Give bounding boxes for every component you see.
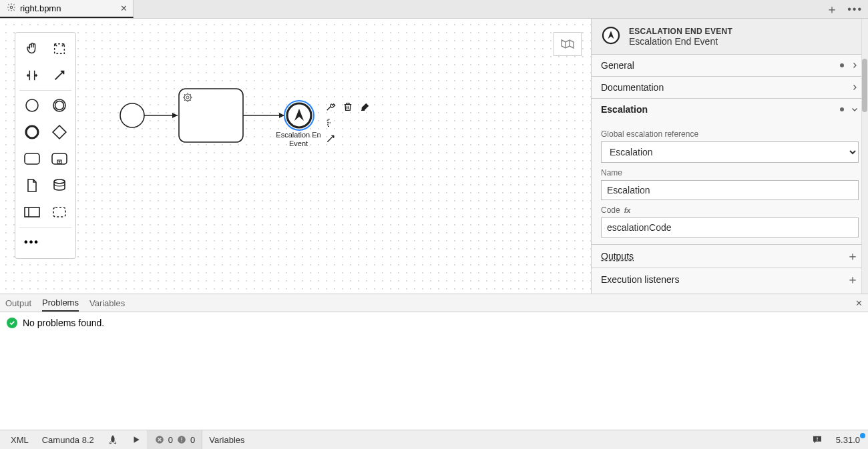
start-event-node[interactable] [120, 103, 144, 127]
dot-indicator [840, 63, 844, 67]
deploy-button[interactable] [101, 430, 125, 449]
problems-panel: No problems found. [0, 312, 868, 430]
properties-type-label: ESCALATION END EVENT [629, 27, 732, 36]
group-escalation[interactable]: Escalation [592, 98, 868, 120]
tab-output[interactable]: Output [5, 296, 31, 311]
tool-palette: ••• [15, 32, 76, 259]
context-delete-icon[interactable] [341, 100, 355, 113]
group-outputs[interactable]: Outputs ＋ [592, 244, 868, 268]
version-label[interactable]: 5.31.0 [829, 430, 864, 449]
svg-point-5 [26, 126, 38, 138]
svg-point-10 [54, 179, 65, 183]
create-task[interactable] [21, 149, 43, 168]
create-end-event[interactable] [21, 123, 43, 141]
tab-problems[interactable]: Problems [42, 295, 79, 312]
svg-marker-15 [172, 113, 178, 118]
escalation-event-icon [601, 25, 621, 47]
end-event-label: Escalation En Event [273, 131, 324, 148]
variables-status[interactable]: Variables [202, 430, 251, 449]
chevron-right-icon [851, 83, 859, 91]
escalation-ref-select[interactable]: Escalation [601, 141, 859, 163]
hand-tool[interactable] [21, 39, 43, 58]
svg-rect-28 [817, 438, 817, 440]
escalation-name-label: Name [601, 168, 859, 177]
tab-variables[interactable]: Variables [89, 296, 125, 311]
properties-name-label: Escalation End Event [629, 36, 732, 47]
group-general[interactable]: General [592, 54, 868, 76]
gear-icon [7, 3, 16, 14]
escalation-end-event-node[interactable] [284, 101, 314, 130]
chevron-right-icon [851, 61, 859, 69]
minimap-toggle[interactable] [554, 32, 582, 56]
escalation-code-input[interactable] [601, 217, 859, 238]
diagram-canvas[interactable]: ••• [0, 19, 591, 294]
fx-icon: fx [624, 206, 631, 214]
svg-rect-7 [25, 153, 39, 164]
add-listener-button[interactable]: ＋ [847, 274, 859, 286]
create-start-event[interactable] [21, 96, 43, 115]
group-execution-listeners[interactable]: Execution listeners ＋ [592, 268, 868, 291]
svg-marker-19 [279, 113, 284, 118]
lint-status[interactable]: 0 0 [148, 430, 202, 449]
context-connect-icon[interactable] [324, 132, 337, 145]
context-annotation-icon[interactable] [324, 116, 337, 129]
close-tab-button[interactable]: ✕ [120, 3, 128, 13]
view-xml-button[interactable]: XML [4, 430, 35, 449]
tab-bar: right.bpmn ✕ ＋ ••• [0, 0, 868, 19]
properties-panel: ESCALATION END EVENT Escalation End Even… [591, 19, 868, 294]
create-intermediate-event[interactable] [48, 96, 71, 115]
dot-indicator [840, 107, 844, 111]
svg-rect-29 [817, 440, 817, 440]
create-data-object[interactable] [21, 176, 43, 195]
create-subprocess[interactable] [48, 149, 71, 168]
tab-filename: right.bpmn [20, 3, 61, 13]
add-tab-button[interactable]: ＋ [826, 1, 838, 17]
check-circle-icon [7, 318, 17, 328]
lasso-tool[interactable] [48, 39, 71, 58]
space-tool[interactable] [21, 66, 43, 85]
group-escalation-body: Global escalation reference Escalation N… [592, 120, 868, 244]
escalation-name-input[interactable] [601, 180, 859, 200]
create-group[interactable] [48, 203, 71, 221]
file-tab[interactable]: right.bpmn ✕ [0, 0, 134, 18]
create-gateway[interactable] [48, 123, 71, 141]
update-indicator-dot [860, 433, 865, 438]
svg-rect-22 [361, 110, 365, 111]
context-wrench-icon[interactable] [324, 100, 337, 113]
svg-point-4 [55, 101, 63, 110]
close-bottom-panel[interactable]: ✕ [855, 298, 863, 308]
svg-rect-6 [53, 125, 66, 139]
connect-tool[interactable] [48, 66, 71, 85]
add-output-button[interactable]: ＋ [847, 250, 859, 262]
context-color-icon[interactable] [359, 100, 372, 113]
run-button[interactable] [125, 430, 148, 449]
bottom-panel-tabs: Output Problems Variables ✕ [0, 294, 868, 312]
svg-point-2 [26, 99, 38, 111]
feedback-button[interactable] [805, 430, 829, 449]
create-data-store[interactable] [48, 176, 71, 195]
status-bar: XML Camunda 8.2 0 0 Variables 5.31.0 [0, 430, 868, 449]
svg-rect-26 [181, 438, 182, 441]
palette-more[interactable]: ••• [21, 233, 43, 252]
svg-rect-13 [53, 207, 65, 217]
svg-rect-27 [181, 441, 182, 442]
create-pool[interactable] [21, 203, 43, 221]
escalation-code-label: Codefx [601, 205, 859, 215]
escalation-ref-label: Global escalation reference [601, 129, 859, 139]
chevron-down-icon [851, 105, 859, 113]
problems-message: No problems found. [23, 318, 104, 328]
svg-rect-11 [25, 207, 39, 217]
properties-scrollbar[interactable] [861, 19, 868, 294]
tab-overflow-button[interactable]: ••• [847, 3, 863, 15]
group-documentation[interactable]: Documentation [592, 76, 868, 98]
engine-selector[interactable]: Camunda 8.2 [35, 430, 101, 449]
svg-point-0 [10, 6, 13, 9]
bpmn-diagram [114, 82, 341, 162]
properties-header: ESCALATION END EVENT Escalation End Even… [592, 19, 868, 54]
